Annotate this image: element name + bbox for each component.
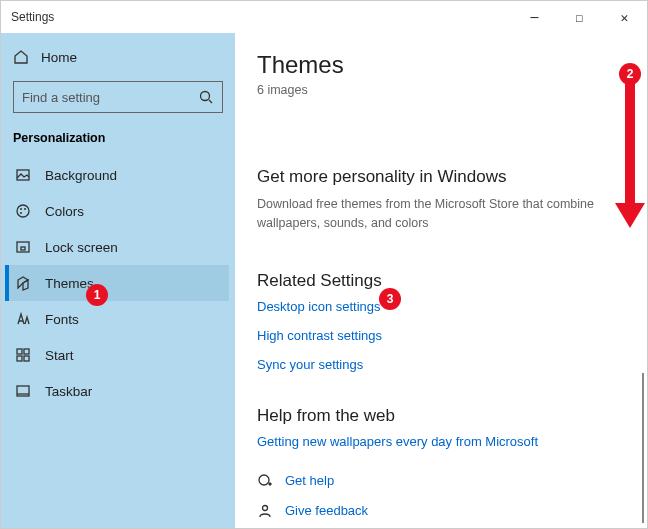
home-button[interactable]: Home (7, 41, 229, 73)
more-heading: Get more personality in Windows (257, 167, 625, 187)
svg-rect-7 (21, 247, 25, 250)
help-heading: Help from the web (257, 406, 625, 426)
annotation-badge-1: 1 (86, 284, 108, 306)
titlebar: Settings ─ ☐ ✕ (1, 1, 647, 33)
window-title: Settings (11, 10, 54, 24)
svg-point-2 (17, 205, 29, 217)
search-input[interactable]: Find a setting (13, 81, 223, 113)
svg-point-5 (20, 212, 22, 214)
home-icon (13, 49, 29, 65)
svg-point-13 (259, 475, 269, 485)
sidebar-item-background[interactable]: Background (7, 157, 229, 193)
svg-rect-10 (17, 356, 22, 361)
taskbar-icon (15, 383, 31, 399)
fonts-icon (15, 311, 31, 327)
feedback-link: Give feedback (285, 503, 368, 518)
close-button[interactable]: ✕ (602, 1, 647, 33)
sidebar-item-label: Themes (45, 276, 94, 291)
svg-rect-8 (17, 349, 22, 354)
sidebar-item-themes[interactable]: Themes (7, 265, 229, 301)
sidebar-item-label: Background (45, 168, 117, 183)
home-label: Home (41, 50, 77, 65)
search-placeholder: Find a setting (22, 90, 100, 105)
link-desktop-icon-settings[interactable]: Desktop icon settings (257, 299, 625, 314)
svg-point-3 (20, 208, 22, 210)
picture-icon (15, 167, 31, 183)
svg-rect-9 (24, 349, 29, 354)
search-icon (198, 89, 214, 105)
section-label: Personalization (7, 127, 229, 157)
minimize-button[interactable]: ─ (512, 1, 557, 33)
themes-icon (15, 275, 31, 291)
get-help-row[interactable]: Get help (257, 473, 625, 489)
sidebar-item-colors[interactable]: Colors (7, 193, 229, 229)
sidebar: Home Find a setting Personalization Back… (1, 33, 235, 528)
content-pane: Themes 6 images Get more personality in … (235, 33, 647, 528)
annotation-badge-3: 3 (379, 288, 401, 310)
sidebar-item-fonts[interactable]: Fonts (7, 301, 229, 337)
sidebar-item-taskbar[interactable]: Taskbar (7, 373, 229, 409)
scrollbar[interactable] (642, 373, 644, 523)
feedback-row[interactable]: Give feedback (257, 503, 625, 519)
sidebar-item-start[interactable]: Start (7, 337, 229, 373)
sidebar-item-label: Colors (45, 204, 84, 219)
related-heading: Related Settings (257, 271, 625, 291)
image-count: 6 images (257, 83, 625, 97)
more-description: Download free themes from the Microsoft … (257, 195, 625, 233)
feedback-icon (257, 503, 273, 519)
annotation-badge-2: 2 (619, 63, 641, 85)
svg-point-14 (263, 505, 268, 510)
sidebar-item-label: Start (45, 348, 74, 363)
sidebar-item-lockscreen[interactable]: Lock screen (7, 229, 229, 265)
sidebar-item-label: Lock screen (45, 240, 118, 255)
link-getting-wallpapers[interactable]: Getting new wallpapers every day from Mi… (257, 434, 625, 449)
svg-point-0 (201, 92, 210, 101)
maximize-button[interactable]: ☐ (557, 1, 602, 33)
sidebar-item-label: Fonts (45, 312, 79, 327)
sidebar-item-label: Taskbar (45, 384, 92, 399)
page-title: Themes (257, 51, 625, 79)
svg-rect-11 (24, 356, 29, 361)
svg-point-4 (24, 208, 26, 210)
annotation-arrow (625, 83, 645, 228)
help-icon (257, 473, 273, 489)
start-icon (15, 347, 31, 363)
get-help-link: Get help (285, 473, 334, 488)
lock-icon (15, 239, 31, 255)
window-controls: ─ ☐ ✕ (512, 1, 647, 33)
link-sync-settings[interactable]: Sync your settings (257, 357, 625, 372)
link-high-contrast[interactable]: High contrast settings (257, 328, 625, 343)
palette-icon (15, 203, 31, 219)
